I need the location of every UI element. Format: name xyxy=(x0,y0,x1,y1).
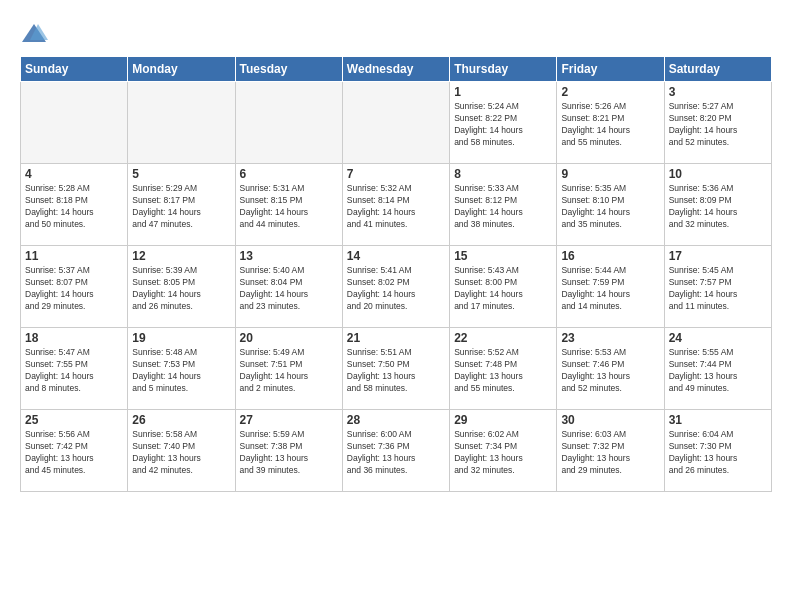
day-number: 18 xyxy=(25,331,123,345)
day-number: 28 xyxy=(347,413,445,427)
weekday-header-wednesday: Wednesday xyxy=(342,57,449,82)
day-number: 11 xyxy=(25,249,123,263)
day-number: 24 xyxy=(669,331,767,345)
calendar-week-row: 18Sunrise: 5:47 AMSunset: 7:55 PMDayligh… xyxy=(21,328,772,410)
day-number: 27 xyxy=(240,413,338,427)
day-info: Sunrise: 5:37 AMSunset: 8:07 PMDaylight:… xyxy=(25,265,123,313)
calendar-cell: 6Sunrise: 5:31 AMSunset: 8:15 PMDaylight… xyxy=(235,164,342,246)
calendar-cell: 28Sunrise: 6:00 AMSunset: 7:36 PMDayligh… xyxy=(342,410,449,492)
calendar-week-row: 1Sunrise: 5:24 AMSunset: 8:22 PMDaylight… xyxy=(21,82,772,164)
weekday-header-sunday: Sunday xyxy=(21,57,128,82)
calendar-cell: 3Sunrise: 5:27 AMSunset: 8:20 PMDaylight… xyxy=(664,82,771,164)
calendar-cell: 24Sunrise: 5:55 AMSunset: 7:44 PMDayligh… xyxy=(664,328,771,410)
calendar-cell: 25Sunrise: 5:56 AMSunset: 7:42 PMDayligh… xyxy=(21,410,128,492)
day-number: 7 xyxy=(347,167,445,181)
day-number: 19 xyxy=(132,331,230,345)
day-info: Sunrise: 5:45 AMSunset: 7:57 PMDaylight:… xyxy=(669,265,767,313)
day-number: 30 xyxy=(561,413,659,427)
day-info: Sunrise: 6:02 AMSunset: 7:34 PMDaylight:… xyxy=(454,429,552,477)
day-number: 5 xyxy=(132,167,230,181)
calendar-cell: 9Sunrise: 5:35 AMSunset: 8:10 PMDaylight… xyxy=(557,164,664,246)
page-container: SundayMondayTuesdayWednesdayThursdayFrid… xyxy=(0,0,792,502)
day-number: 15 xyxy=(454,249,552,263)
calendar-week-row: 25Sunrise: 5:56 AMSunset: 7:42 PMDayligh… xyxy=(21,410,772,492)
day-info: Sunrise: 5:35 AMSunset: 8:10 PMDaylight:… xyxy=(561,183,659,231)
day-info: Sunrise: 5:51 AMSunset: 7:50 PMDaylight:… xyxy=(347,347,445,395)
weekday-header-saturday: Saturday xyxy=(664,57,771,82)
day-info: Sunrise: 6:03 AMSunset: 7:32 PMDaylight:… xyxy=(561,429,659,477)
calendar-cell: 29Sunrise: 6:02 AMSunset: 7:34 PMDayligh… xyxy=(450,410,557,492)
calendar-cell: 5Sunrise: 5:29 AMSunset: 8:17 PMDaylight… xyxy=(128,164,235,246)
day-number: 8 xyxy=(454,167,552,181)
day-info: Sunrise: 5:26 AMSunset: 8:21 PMDaylight:… xyxy=(561,101,659,149)
day-number: 31 xyxy=(669,413,767,427)
calendar-cell: 22Sunrise: 5:52 AMSunset: 7:48 PMDayligh… xyxy=(450,328,557,410)
calendar-cell: 1Sunrise: 5:24 AMSunset: 8:22 PMDaylight… xyxy=(450,82,557,164)
calendar-cell xyxy=(342,82,449,164)
day-number: 25 xyxy=(25,413,123,427)
calendar-cell: 10Sunrise: 5:36 AMSunset: 8:09 PMDayligh… xyxy=(664,164,771,246)
calendar-cell: 15Sunrise: 5:43 AMSunset: 8:00 PMDayligh… xyxy=(450,246,557,328)
day-info: Sunrise: 6:00 AMSunset: 7:36 PMDaylight:… xyxy=(347,429,445,477)
calendar-cell: 31Sunrise: 6:04 AMSunset: 7:30 PMDayligh… xyxy=(664,410,771,492)
day-info: Sunrise: 5:44 AMSunset: 7:59 PMDaylight:… xyxy=(561,265,659,313)
calendar-cell: 7Sunrise: 5:32 AMSunset: 8:14 PMDaylight… xyxy=(342,164,449,246)
day-number: 6 xyxy=(240,167,338,181)
day-info: Sunrise: 5:32 AMSunset: 8:14 PMDaylight:… xyxy=(347,183,445,231)
calendar-week-row: 4Sunrise: 5:28 AMSunset: 8:18 PMDaylight… xyxy=(21,164,772,246)
day-info: Sunrise: 5:52 AMSunset: 7:48 PMDaylight:… xyxy=(454,347,552,395)
day-info: Sunrise: 5:29 AMSunset: 8:17 PMDaylight:… xyxy=(132,183,230,231)
day-number: 2 xyxy=(561,85,659,99)
logo xyxy=(20,20,52,48)
calendar-cell: 19Sunrise: 5:48 AMSunset: 7:53 PMDayligh… xyxy=(128,328,235,410)
weekday-header-friday: Friday xyxy=(557,57,664,82)
calendar-cell: 8Sunrise: 5:33 AMSunset: 8:12 PMDaylight… xyxy=(450,164,557,246)
calendar-cell: 20Sunrise: 5:49 AMSunset: 7:51 PMDayligh… xyxy=(235,328,342,410)
logo-icon xyxy=(20,20,48,48)
day-number: 16 xyxy=(561,249,659,263)
day-number: 13 xyxy=(240,249,338,263)
day-info: Sunrise: 5:24 AMSunset: 8:22 PMDaylight:… xyxy=(454,101,552,149)
day-info: Sunrise: 5:40 AMSunset: 8:04 PMDaylight:… xyxy=(240,265,338,313)
day-number: 14 xyxy=(347,249,445,263)
day-info: Sunrise: 5:47 AMSunset: 7:55 PMDaylight:… xyxy=(25,347,123,395)
calendar-cell: 21Sunrise: 5:51 AMSunset: 7:50 PMDayligh… xyxy=(342,328,449,410)
day-number: 4 xyxy=(25,167,123,181)
weekday-header-tuesday: Tuesday xyxy=(235,57,342,82)
calendar-cell: 14Sunrise: 5:41 AMSunset: 8:02 PMDayligh… xyxy=(342,246,449,328)
calendar-cell xyxy=(128,82,235,164)
day-info: Sunrise: 6:04 AMSunset: 7:30 PMDaylight:… xyxy=(669,429,767,477)
day-info: Sunrise: 5:27 AMSunset: 8:20 PMDaylight:… xyxy=(669,101,767,149)
day-number: 29 xyxy=(454,413,552,427)
day-number: 9 xyxy=(561,167,659,181)
day-info: Sunrise: 5:39 AMSunset: 8:05 PMDaylight:… xyxy=(132,265,230,313)
day-info: Sunrise: 5:48 AMSunset: 7:53 PMDaylight:… xyxy=(132,347,230,395)
calendar-cell: 13Sunrise: 5:40 AMSunset: 8:04 PMDayligh… xyxy=(235,246,342,328)
day-number: 23 xyxy=(561,331,659,345)
day-info: Sunrise: 5:59 AMSunset: 7:38 PMDaylight:… xyxy=(240,429,338,477)
weekday-header-monday: Monday xyxy=(128,57,235,82)
calendar-cell: 27Sunrise: 5:59 AMSunset: 7:38 PMDayligh… xyxy=(235,410,342,492)
calendar-cell: 16Sunrise: 5:44 AMSunset: 7:59 PMDayligh… xyxy=(557,246,664,328)
day-info: Sunrise: 5:43 AMSunset: 8:00 PMDaylight:… xyxy=(454,265,552,313)
calendar-cell: 17Sunrise: 5:45 AMSunset: 7:57 PMDayligh… xyxy=(664,246,771,328)
day-info: Sunrise: 5:55 AMSunset: 7:44 PMDaylight:… xyxy=(669,347,767,395)
weekday-header-thursday: Thursday xyxy=(450,57,557,82)
calendar-cell: 23Sunrise: 5:53 AMSunset: 7:46 PMDayligh… xyxy=(557,328,664,410)
calendar-table: SundayMondayTuesdayWednesdayThursdayFrid… xyxy=(20,56,772,492)
calendar-cell: 2Sunrise: 5:26 AMSunset: 8:21 PMDaylight… xyxy=(557,82,664,164)
calendar-cell: 12Sunrise: 5:39 AMSunset: 8:05 PMDayligh… xyxy=(128,246,235,328)
calendar-cell xyxy=(21,82,128,164)
calendar-header-row: SundayMondayTuesdayWednesdayThursdayFrid… xyxy=(21,57,772,82)
calendar-cell xyxy=(235,82,342,164)
day-number: 17 xyxy=(669,249,767,263)
day-info: Sunrise: 5:53 AMSunset: 7:46 PMDaylight:… xyxy=(561,347,659,395)
day-info: Sunrise: 5:36 AMSunset: 8:09 PMDaylight:… xyxy=(669,183,767,231)
day-number: 22 xyxy=(454,331,552,345)
day-info: Sunrise: 5:58 AMSunset: 7:40 PMDaylight:… xyxy=(132,429,230,477)
calendar-cell: 11Sunrise: 5:37 AMSunset: 8:07 PMDayligh… xyxy=(21,246,128,328)
calendar-cell: 4Sunrise: 5:28 AMSunset: 8:18 PMDaylight… xyxy=(21,164,128,246)
day-number: 21 xyxy=(347,331,445,345)
day-number: 3 xyxy=(669,85,767,99)
day-number: 10 xyxy=(669,167,767,181)
